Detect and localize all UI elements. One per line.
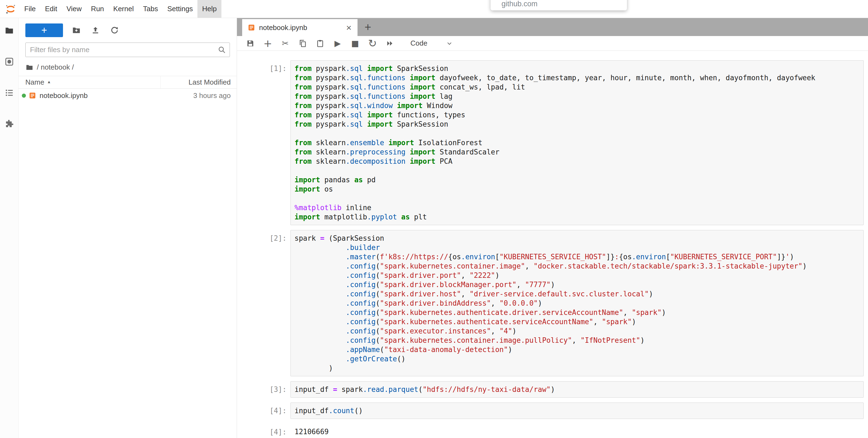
copy-cells-button[interactable] bbox=[298, 37, 308, 49]
new-folder-icon bbox=[72, 26, 81, 35]
notebook-content[interactable]: [1]:from pyspark.sql import SparkSession… bbox=[237, 51, 868, 438]
file-browser-panel: + / notebook / Name ▲ bbox=[19, 18, 237, 438]
code-line: .getOrCreate() bbox=[294, 354, 860, 363]
cell-prompt: [4]: bbox=[261, 424, 290, 437]
column-modified-label: Last Modified bbox=[188, 78, 231, 87]
menu-item-file[interactable]: File bbox=[20, 0, 40, 18]
breadcrumb: / notebook / bbox=[25, 63, 230, 71]
file-row[interactable]: notebook.ipynb 3 hours ago bbox=[19, 89, 237, 103]
code-line bbox=[294, 194, 860, 203]
puzzle-icon bbox=[4, 119, 14, 129]
fast-forward-icon bbox=[386, 39, 394, 48]
menu-item-settings[interactable]: Settings bbox=[162, 0, 197, 18]
file-filter-input[interactable] bbox=[26, 43, 229, 57]
copy-icon bbox=[298, 39, 307, 48]
cell-editor[interactable]: from pyspark.sql import SparkSessionfrom… bbox=[290, 60, 864, 225]
column-header-modified[interactable]: Last Modified bbox=[160, 76, 237, 88]
code-line: input_df.count() bbox=[294, 406, 860, 415]
code-line: .config("spark.driver.bindAddress", "0.0… bbox=[294, 298, 860, 308]
restart-icon: ↻ bbox=[368, 38, 377, 49]
cell-output-text: 12106669 bbox=[290, 424, 864, 437]
new-launcher-button[interactable]: + bbox=[25, 24, 63, 37]
file-list-header: Name ▲ Last Modified bbox=[19, 76, 237, 89]
code-line: .config("spark.executor.instances", "4") bbox=[294, 326, 860, 335]
scissors-icon: ✂ bbox=[282, 39, 288, 48]
cell-editor[interactable]: input_df.count() bbox=[290, 403, 864, 419]
menu-item-help[interactable]: Help bbox=[197, 0, 221, 18]
new-tab-button[interactable]: + bbox=[361, 21, 374, 34]
close-tab-icon[interactable]: × bbox=[345, 23, 352, 32]
code-line: from pyspark.sql.window import Window bbox=[294, 101, 860, 110]
refresh-icon bbox=[110, 26, 119, 35]
chevron-down-icon bbox=[446, 40, 453, 47]
restart-run-all-button[interactable] bbox=[385, 37, 395, 49]
code-line bbox=[294, 129, 860, 138]
menu-item-edit[interactable]: Edit bbox=[40, 0, 62, 18]
code-line: .config("spark.kubernetes.container.imag… bbox=[294, 261, 860, 271]
menu-item-run[interactable]: Run bbox=[87, 0, 109, 18]
kernel-running-indicator bbox=[22, 94, 26, 98]
column-name-label: Name bbox=[25, 78, 44, 87]
plus-icon: + bbox=[264, 38, 272, 49]
code-line: .appName("taxi-data-anomaly-detection") bbox=[294, 345, 860, 354]
code-line: .config("spark.kubernetes.authenticate.d… bbox=[294, 308, 860, 317]
notebook-cells: [1]:from pyspark.sql import SparkSession… bbox=[237, 51, 868, 437]
search-icon bbox=[218, 46, 226, 55]
sidebar-tab-running-kernels[interactable] bbox=[4, 56, 15, 67]
code-line: import pandas as pd bbox=[294, 175, 860, 184]
run-cell-button[interactable]: ▶ bbox=[333, 37, 343, 49]
floppy-icon bbox=[246, 39, 255, 48]
code-line bbox=[294, 166, 860, 175]
tab-label: notebook.ipynb bbox=[259, 24, 345, 32]
code-line: input_df = spark.read.parquet("hdfs://hd… bbox=[294, 385, 860, 394]
sidebar-tab-file-browser[interactable] bbox=[4, 25, 15, 36]
file-name: notebook.ipynb bbox=[39, 91, 160, 100]
breadcrumb-path[interactable]: / notebook / bbox=[37, 63, 74, 71]
code-line: ) bbox=[294, 363, 860, 373]
code-line: from sklearn.ensemble import IsolationFo… bbox=[294, 138, 860, 147]
file-browser-toolbar: + bbox=[19, 18, 237, 37]
notebook-cell-row: [4]:input_df.count() bbox=[261, 403, 864, 419]
cell-type-value: Code bbox=[410, 39, 427, 48]
cut-cells-button[interactable]: ✂ bbox=[280, 37, 290, 49]
code-line: from pyspark.sql.functions import concat… bbox=[294, 82, 860, 92]
cell-type-dropdown[interactable]: Code bbox=[407, 38, 456, 49]
paste-cells-button[interactable] bbox=[315, 37, 325, 49]
code-line: .config("spark.kubernetes.authenticate.s… bbox=[294, 317, 860, 326]
code-line: from pyspark.sql.functions import lag bbox=[294, 92, 860, 101]
save-button[interactable] bbox=[245, 37, 255, 49]
notebook-cell-row: [1]:from pyspark.sql import SparkSession… bbox=[261, 60, 864, 225]
cell-editor[interactable]: spark = (SparkSession .builder .master(f… bbox=[290, 230, 864, 376]
sidebar-tab-table-of-contents[interactable] bbox=[4, 87, 15, 98]
menu-item-view[interactable]: View bbox=[62, 0, 87, 18]
restart-kernel-button[interactable]: ↻ bbox=[367, 37, 378, 49]
tooltip-popup: github.com bbox=[491, 0, 627, 10]
running-kernels-icon bbox=[4, 57, 14, 66]
refresh-button[interactable] bbox=[109, 25, 120, 36]
code-line: spark = (SparkSession bbox=[294, 234, 860, 243]
stop-icon: ■ bbox=[351, 39, 359, 48]
paste-icon bbox=[316, 39, 324, 48]
code-line: .config("spark.driver.blockManager.port"… bbox=[294, 280, 860, 289]
sidebar-tab-extensions[interactable] bbox=[4, 118, 15, 129]
menu-bar: FileEditViewRunKernelTabsSettingsHelp bbox=[0, 0, 868, 18]
upload-icon bbox=[91, 26, 100, 35]
menu-item-kernel[interactable]: Kernel bbox=[108, 0, 138, 18]
cell-prompt: [2]: bbox=[261, 230, 290, 376]
sort-ascending-icon: ▲ bbox=[47, 80, 51, 84]
insert-cell-button[interactable]: + bbox=[262, 37, 273, 49]
code-line: .config("spark.driver.port", "2222") bbox=[294, 271, 860, 280]
code-line: .config("spark.driver.host", "driver-ser… bbox=[294, 289, 860, 298]
code-line: import os bbox=[294, 184, 860, 194]
code-line: import matplotlib.pyplot as plt bbox=[294, 212, 860, 222]
file-modified: 3 hours ago bbox=[160, 91, 237, 100]
new-folder-button[interactable] bbox=[71, 25, 82, 36]
code-line: from pyspark.sql import SparkSession bbox=[294, 64, 860, 73]
cell-editor[interactable]: input_df = spark.read.parquet("hdfs://hd… bbox=[290, 381, 864, 398]
column-header-name[interactable]: Name ▲ bbox=[19, 78, 160, 87]
menu-item-tabs[interactable]: Tabs bbox=[138, 0, 162, 18]
interrupt-kernel-button[interactable]: ■ bbox=[350, 37, 360, 49]
upload-button[interactable] bbox=[90, 25, 101, 36]
tab-notebook[interactable]: notebook.ipynb × bbox=[242, 19, 358, 36]
notebook-cell-row: [2]:spark = (SparkSession .builder .mast… bbox=[261, 230, 864, 376]
